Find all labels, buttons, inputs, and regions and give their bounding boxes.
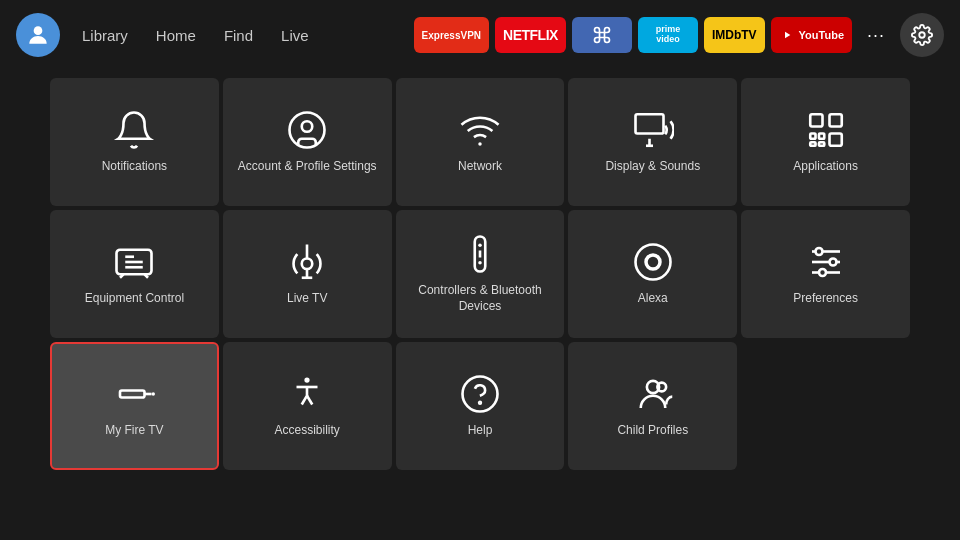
grid-item-my-fire-tv[interactable]: My Fire TV <box>50 342 219 470</box>
grid-item-label: Live TV <box>287 291 327 307</box>
fire-stick-icon <box>113 373 155 415</box>
grid-item-label: Network <box>458 159 502 175</box>
svg-point-4 <box>302 121 313 132</box>
svg-point-39 <box>462 377 497 412</box>
user-circle-icon <box>286 109 328 151</box>
avatar[interactable] <box>16 13 60 57</box>
grid-item-notifications[interactable]: Notifications <box>50 78 219 206</box>
svg-point-32 <box>815 248 822 255</box>
svg-rect-35 <box>120 391 145 398</box>
app-netflix[interactable]: NETFLIX <box>495 17 566 53</box>
svg-rect-7 <box>810 114 822 126</box>
grid-item-label: Equipment Control <box>85 291 184 307</box>
grid-item-label: Preferences <box>793 291 858 307</box>
grid-item-live-tv[interactable]: Live TV <box>223 210 392 338</box>
grid-item-alexa[interactable]: Alexa <box>568 210 737 338</box>
svg-point-40 <box>479 402 481 404</box>
nav-library[interactable]: Library <box>72 21 138 50</box>
grid-item-label: My Fire TV <box>105 423 163 439</box>
svg-point-0 <box>34 26 43 35</box>
grid-item-equipment-control[interactable]: Equipment Control <box>50 210 219 338</box>
grid-item-label: Help <box>468 423 493 439</box>
grid-item-preferences[interactable]: Preferences <box>741 210 910 338</box>
svg-rect-12 <box>810 142 815 146</box>
svg-rect-11 <box>819 134 824 139</box>
wifi-icon <box>459 109 501 151</box>
grid-item-label: Notifications <box>102 159 167 175</box>
svg-point-33 <box>829 259 836 266</box>
app-prime-video[interactable]: primevideo <box>638 17 698 53</box>
svg-point-24 <box>478 244 482 248</box>
grid-item-account-profile[interactable]: Account & Profile Settings <box>223 78 392 206</box>
app-expressvpn[interactable]: ExpressVPN <box>414 17 489 53</box>
settings-button[interactable] <box>900 13 944 57</box>
nav-links: Library Home Find Live <box>72 21 319 50</box>
grid-item-label: Accessibility <box>275 423 340 439</box>
nav-live[interactable]: Live <box>271 21 319 50</box>
monitor-sound-icon <box>632 109 674 151</box>
grid-item-accessibility[interactable]: Accessibility <box>223 342 392 470</box>
settings-grid: Notifications Account & Profile Settings… <box>50 78 910 470</box>
svg-rect-8 <box>829 114 841 126</box>
svg-rect-13 <box>819 142 824 146</box>
help-circle-icon <box>459 373 501 415</box>
svg-marker-1 <box>785 32 790 39</box>
svg-point-42 <box>657 383 666 392</box>
grid-item-label: Child Profiles <box>617 423 688 439</box>
svg-point-3 <box>290 113 325 148</box>
svg-point-5 <box>478 142 482 146</box>
svg-point-37 <box>152 392 156 396</box>
tv-icon <box>113 241 155 283</box>
grid-item-child-profiles[interactable]: Child Profiles <box>568 342 737 470</box>
more-button[interactable]: ··· <box>858 17 894 53</box>
app-icons-bar: ExpressVPN NETFLIX primevideo IMDbTV You… <box>414 13 944 57</box>
apps-grid-icon <box>805 109 847 151</box>
svg-point-38 <box>305 378 310 383</box>
svg-point-20 <box>302 259 313 270</box>
nav-home[interactable]: Home <box>146 21 206 50</box>
grid-item-help[interactable]: Help <box>396 342 565 470</box>
grid-item-label: Alexa <box>638 291 668 307</box>
grid-item-empty <box>741 342 910 470</box>
grid-item-network[interactable]: Network <box>396 78 565 206</box>
child-profile-icon <box>632 373 674 415</box>
app-fbplus[interactable] <box>572 17 632 53</box>
accessibility-icon <box>286 373 328 415</box>
top-bar: Library Home Find Live ExpressVPN NETFLI… <box>0 0 960 70</box>
grid-item-display-sounds[interactable]: Display & Sounds <box>568 78 737 206</box>
svg-rect-6 <box>635 114 663 133</box>
remote-icon <box>459 233 501 275</box>
grid-item-label: Account & Profile Settings <box>238 159 377 175</box>
svg-point-28 <box>646 255 660 269</box>
svg-point-2 <box>919 32 925 38</box>
svg-rect-9 <box>829 134 841 146</box>
svg-point-26 <box>478 261 482 265</box>
alexa-circle-icon <box>632 241 674 283</box>
grid-item-controllers-bluetooth[interactable]: Controllers & Bluetooth Devices <box>396 210 565 338</box>
bell-icon <box>113 109 155 151</box>
svg-point-27 <box>635 245 670 280</box>
nav-find[interactable]: Find <box>214 21 263 50</box>
grid-item-label: Applications <box>793 159 858 175</box>
antenna-icon <box>286 241 328 283</box>
grid-item-label: Controllers & Bluetooth Devices <box>404 283 557 314</box>
grid-item-label: Display & Sounds <box>605 159 700 175</box>
settings-grid-container: Notifications Account & Profile Settings… <box>0 70 960 480</box>
app-imdb[interactable]: IMDbTV <box>704 17 765 53</box>
svg-rect-10 <box>810 134 815 139</box>
sliders-icon <box>805 241 847 283</box>
grid-item-applications[interactable]: Applications <box>741 78 910 206</box>
app-youtube[interactable]: YouTube <box>771 17 852 53</box>
svg-point-34 <box>819 269 826 276</box>
